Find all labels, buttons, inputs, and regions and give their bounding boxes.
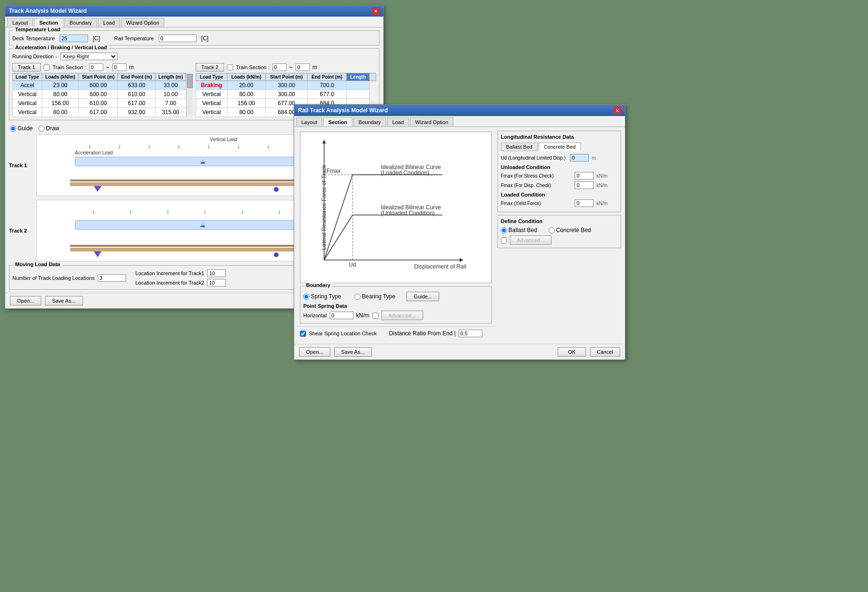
track2-train-section-check[interactable] bbox=[227, 64, 233, 71]
fmax-stress-row: Fmax (For Stress Check) 0 kN/m bbox=[501, 172, 618, 179]
tab-layout[interactable]: Layout bbox=[7, 18, 33, 27]
tab-load[interactable]: Load bbox=[98, 18, 120, 27]
track1-section: Track 1 Train Section : 0 ~ 0 m Load Typ… bbox=[12, 63, 193, 117]
ballast-bed-tab[interactable]: Ballast Bed bbox=[501, 143, 538, 151]
track1-section-start[interactable]: 0 bbox=[89, 63, 103, 71]
rail-temp-label: Rail Temperature bbox=[114, 36, 154, 41]
t1-col-start: Start Point (m) bbox=[79, 73, 118, 81]
fmax-disp-input[interactable]: 0 bbox=[575, 181, 594, 189]
deck-temp-input[interactable]: 25 bbox=[60, 35, 88, 42]
spring-type-radio-label[interactable]: Spring Type bbox=[303, 293, 341, 300]
ballast-radio-label[interactable]: Ballast Bed bbox=[501, 227, 537, 233]
fmax-yield-row: Fmax (Yield Force) 0 kN/m bbox=[501, 199, 618, 207]
track1-section-end[interactable]: 0 bbox=[112, 63, 127, 71]
rail-cancel-button[interactable]: Cancel bbox=[590, 347, 620, 357]
track1-scrollbar[interactable] bbox=[186, 73, 193, 117]
rail-tab-bar: Layout Section Boundary Load Wizard Opti… bbox=[294, 116, 625, 127]
concrete-bed-tab[interactable]: Concrete Bed bbox=[539, 143, 581, 151]
rail-save-as-button[interactable]: Save As... bbox=[334, 347, 372, 357]
rail-temp-unit: [C] bbox=[201, 35, 208, 42]
track2-diagram-label: Track 2 bbox=[9, 228, 33, 233]
distance-value-input[interactable]: 0.5 bbox=[459, 330, 482, 337]
point-spring-label: Point Spring Data bbox=[303, 303, 488, 309]
horizontal-input[interactable]: 0 bbox=[330, 312, 353, 319]
main-close-button[interactable]: ✕ bbox=[372, 7, 380, 15]
draw-radio-label[interactable]: Draw bbox=[38, 125, 59, 132]
t2-col-start: Start Point (m) bbox=[266, 73, 307, 81]
tab-wizard-option[interactable]: Wizard Option bbox=[121, 18, 164, 27]
deck-temp-label: Deck Temperature bbox=[12, 36, 55, 41]
horizontal-advanced-button[interactable]: Advanced... bbox=[381, 311, 423, 320]
t1-col-type: Load Type bbox=[13, 73, 42, 81]
spring-type-radio[interactable] bbox=[303, 294, 309, 300]
ud-label: Ud (Longitudinal Limited Disp.) bbox=[501, 155, 567, 161]
running-dir-select[interactable]: Keep Right Keep Left Both bbox=[61, 53, 118, 60]
ud-row: Ud (Longitudinal Limited Disp.) 0 m bbox=[501, 154, 618, 161]
main-tab-bar: Layout Section Boundary Load Wizard Opti… bbox=[5, 17, 383, 27]
resistance-tab-bar: Ballast Bed Concrete Bed bbox=[501, 143, 618, 151]
ballast-radio-text: Ballast Bed bbox=[508, 227, 537, 233]
main-save-as-button[interactable]: Save As... bbox=[45, 296, 83, 305]
track1-button[interactable]: Track 1 bbox=[12, 63, 41, 72]
horizontal-advanced-check[interactable] bbox=[372, 313, 379, 319]
track1-train-section-check[interactable] bbox=[44, 64, 50, 71]
ud-unit: m bbox=[592, 155, 596, 161]
ud-input[interactable]: 0 bbox=[570, 154, 589, 161]
guide-radio[interactable] bbox=[10, 126, 16, 132]
ballast-radio[interactable] bbox=[501, 227, 507, 233]
rail-tab-wizard[interactable]: Wizard Option bbox=[410, 117, 453, 126]
track2-section-start[interactable]: 0 bbox=[272, 63, 287, 71]
increment-track2-input[interactable]: 10 bbox=[207, 279, 226, 287]
table-row[interactable]: Braking 20.00 300.00 700.0 bbox=[196, 81, 376, 90]
rail-ok-button[interactable]: OK bbox=[558, 347, 586, 357]
increment-track1-input[interactable]: 10 bbox=[207, 269, 226, 277]
define-advanced-button[interactable]: Advanced... bbox=[510, 235, 552, 245]
svg-text:Ud: Ud bbox=[349, 261, 356, 268]
t1-r0-type: Accel bbox=[13, 81, 42, 90]
track2-section-end[interactable]: 0 bbox=[296, 63, 310, 71]
rail-tab-load[interactable]: Load bbox=[387, 117, 409, 126]
define-cond-checkbox[interactable] bbox=[501, 237, 507, 243]
num-locations-input[interactable]: 3 bbox=[98, 274, 126, 282]
fmax-stress-input[interactable]: 0 bbox=[575, 172, 594, 179]
svg-text:Displacement of Rail: Displacement of Rail bbox=[414, 263, 466, 270]
tab-section[interactable]: Section bbox=[34, 18, 63, 27]
fmax-yield-input[interactable]: 0 bbox=[575, 199, 594, 207]
track1-tilde: ~ bbox=[106, 64, 109, 71]
bearing-type-radio[interactable] bbox=[354, 294, 361, 300]
rail-temp-input[interactable]: 0 bbox=[159, 35, 197, 42]
rail-tab-section[interactable]: Section bbox=[323, 117, 353, 126]
tab-boundary[interactable]: Boundary bbox=[64, 18, 97, 27]
track1-section-unit: m bbox=[129, 64, 134, 71]
concrete-radio-text: Concrete Bed bbox=[556, 227, 591, 233]
define-condition-title: Define Condition bbox=[501, 218, 618, 224]
rail-tab-layout[interactable]: Layout bbox=[296, 117, 322, 126]
table-row[interactable]: Vertical 80.00 617.00 932.00 315.00 bbox=[13, 108, 193, 117]
track2-button[interactable]: Track 2 bbox=[196, 63, 224, 72]
shear-spring-check[interactable] bbox=[300, 331, 306, 337]
draw-radio[interactable] bbox=[38, 126, 45, 132]
bearing-type-radio-label[interactable]: Bearing Type bbox=[354, 293, 396, 300]
accel-load-title: Acceleration / Braking / Vertical Load bbox=[13, 45, 109, 50]
table-row[interactable]: Accel 23.00 600.00 633.00 33.00 bbox=[13, 81, 193, 90]
svg-text:(Loaded Condition): (Loaded Condition) bbox=[381, 170, 429, 176]
rail-tab-boundary[interactable]: Boundary bbox=[353, 117, 386, 126]
main-open-button[interactable]: Open... bbox=[10, 296, 41, 305]
fmax-disp-label: Fmax (For Disp. Check) bbox=[501, 183, 572, 188]
temp-load-title: Temperature Load bbox=[13, 27, 62, 32]
t1-r0-start: 600.00 bbox=[79, 81, 118, 90]
rail-bottom-bar: Open... Save As... OK Cancel bbox=[294, 344, 625, 359]
table-row[interactable]: Vertical 156.00 610.00 617.00 7.00 bbox=[13, 99, 193, 108]
num-locations-label: Number of Track Loading Locations bbox=[12, 275, 95, 281]
t1-r0-length: 33.00 bbox=[155, 81, 186, 90]
rail-close-button[interactable]: ✕ bbox=[614, 107, 621, 114]
unloaded-label: Unloaded Condition bbox=[501, 164, 618, 170]
concrete-radio-label[interactable]: Concrete Bed bbox=[549, 227, 591, 233]
rail-open-button[interactable]: Open... bbox=[299, 347, 330, 357]
guide-button[interactable]: Guide... bbox=[407, 292, 439, 301]
table-row[interactable]: Vertical 80.00 600.00 610.00 10.00 bbox=[13, 90, 193, 99]
draw-label: Draw bbox=[46, 125, 59, 132]
guide-radio-label[interactable]: Guide bbox=[10, 125, 33, 132]
concrete-radio[interactable] bbox=[549, 227, 555, 233]
table-row[interactable]: Vertical 80.00 300.00 677.0 bbox=[196, 90, 376, 99]
